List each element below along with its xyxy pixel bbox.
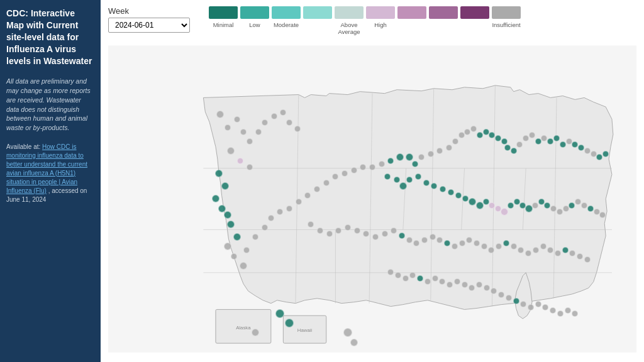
cdc-link[interactable]: How CDC is monitoring influenza data to … [6, 143, 87, 194]
legend-labels: MinimalLowModerateAbove AverageHighInsuf… [209, 21, 521, 36]
legend-swatch-9 [492, 6, 521, 19]
available-label: Available at: [6, 143, 40, 150]
legend-label-1: Low [240, 21, 269, 28]
svg-text:Hawaii: Hawaii [297, 327, 313, 332]
legend-swatch-1 [240, 6, 269, 19]
week-select[interactable]: 2024-06-012024-05-252024-05-18 [108, 18, 190, 33]
map-area: Alaska Hawaii [108, 40, 636, 358]
sidebar: CDC: Interactive Map with Current site-l… [0, 0, 101, 362]
week-label: Week [108, 6, 190, 16]
controls-row: Week 2024-06-012024-05-252024-05-18 Mini… [108, 6, 636, 36]
legend-swatch-2 [272, 6, 301, 19]
legend-swatch-6 [397, 6, 426, 19]
available-section: Available at: How CDC is monitoring infl… [6, 143, 94, 204]
legend-swatch-3 [303, 6, 332, 19]
legend: MinimalLowModerateAbove AverageHighInsuf… [209, 6, 521, 36]
legend-swatch-5 [366, 6, 395, 19]
page-title: CDC: Interactive Map with Current site-l… [6, 8, 94, 67]
legend-swatch-0 [209, 6, 238, 19]
us-map: Alaska Hawaii [108, 40, 636, 358]
legend-label-5: High [366, 21, 395, 28]
disclaimer-text: All data are preliminary and may change … [6, 77, 94, 132]
legend-swatch-4 [335, 6, 364, 19]
legend-swatches [209, 6, 521, 19]
legend-label-4: Above Average [335, 21, 364, 36]
legend-swatch-8 [460, 6, 489, 19]
svg-text:Alaska: Alaska [236, 324, 251, 330]
legend-swatch-7 [429, 6, 458, 19]
week-section: Week 2024-06-012024-05-252024-05-18 [108, 6, 190, 33]
legend-label-9: Insufficient [492, 21, 521, 28]
legend-label-0: Minimal [209, 21, 238, 28]
legend-label-2: Moderate [272, 21, 301, 28]
main-content: Week 2024-06-012024-05-252024-05-18 Mini… [101, 0, 644, 362]
